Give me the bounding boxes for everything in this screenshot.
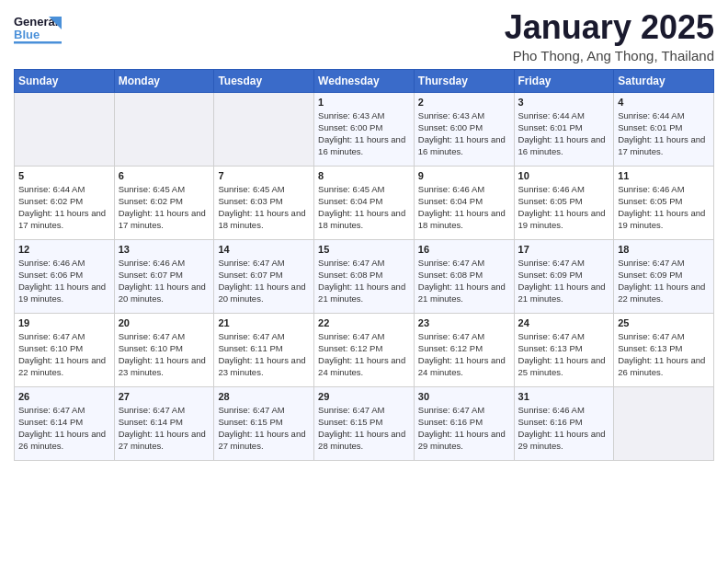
- day-info: Sunrise: 6:46 AM Sunset: 6:05 PM Dayligh…: [618, 183, 710, 232]
- day-cell: 31Sunrise: 6:46 AM Sunset: 6:16 PM Dayli…: [514, 386, 614, 460]
- day-info: Sunrise: 6:45 AM Sunset: 6:03 PM Dayligh…: [218, 183, 310, 232]
- day-info: Sunrise: 6:44 AM Sunset: 6:02 PM Dayligh…: [18, 183, 110, 232]
- day-number: 27: [119, 391, 210, 402]
- day-cell: 2Sunrise: 6:43 AM Sunset: 6:00 PM Daylig…: [414, 92, 514, 166]
- day-number: 24: [518, 317, 610, 328]
- day-number: 15: [318, 244, 410, 255]
- day-info: Sunrise: 6:47 AM Sunset: 6:16 PM Dayligh…: [418, 404, 510, 453]
- day-number: 17: [518, 244, 610, 255]
- day-number: 30: [418, 391, 510, 402]
- day-cell: 3Sunrise: 6:44 AM Sunset: 6:01 PM Daylig…: [514, 92, 614, 166]
- day-cell: 7Sunrise: 6:45 AM Sunset: 6:03 PM Daylig…: [214, 166, 314, 239]
- day-number: 25: [618, 317, 710, 328]
- day-number: 12: [18, 244, 110, 255]
- day-cell: 6Sunrise: 6:45 AM Sunset: 6:02 PM Daylig…: [114, 166, 214, 239]
- day-cell: 11Sunrise: 6:46 AM Sunset: 6:05 PM Dayli…: [614, 166, 714, 239]
- day-number: 4: [618, 97, 710, 108]
- col-friday: Friday: [514, 69, 614, 92]
- day-number: 26: [18, 391, 110, 402]
- col-sunday: Sunday: [15, 69, 115, 92]
- day-info: Sunrise: 6:45 AM Sunset: 6:02 PM Dayligh…: [119, 183, 210, 232]
- day-number: 1: [318, 97, 410, 108]
- day-cell: 10Sunrise: 6:46 AM Sunset: 6:05 PM Dayli…: [514, 166, 614, 239]
- day-cell: 20Sunrise: 6:47 AM Sunset: 6:10 PM Dayli…: [114, 313, 214, 386]
- day-info: Sunrise: 6:47 AM Sunset: 6:11 PM Dayligh…: [218, 330, 310, 379]
- day-info: Sunrise: 6:45 AM Sunset: 6:04 PM Dayligh…: [318, 183, 410, 232]
- col-thursday: Thursday: [414, 69, 514, 92]
- month-title: January 2025: [505, 9, 714, 46]
- day-number: 13: [119, 244, 210, 255]
- day-cell: 12Sunrise: 6:46 AM Sunset: 6:06 PM Dayli…: [15, 239, 115, 313]
- day-cell: 21Sunrise: 6:47 AM Sunset: 6:11 PM Dayli…: [214, 313, 314, 386]
- day-info: Sunrise: 6:47 AM Sunset: 6:09 PM Dayligh…: [618, 257, 710, 305]
- day-number: 28: [218, 391, 310, 402]
- page: General Blue January 2025 Pho Thong, Ang…: [0, 0, 728, 563]
- week-row-3: 12Sunrise: 6:46 AM Sunset: 6:06 PM Dayli…: [15, 239, 714, 313]
- day-number: 10: [518, 170, 610, 181]
- day-info: Sunrise: 6:47 AM Sunset: 6:13 PM Dayligh…: [618, 330, 710, 379]
- day-cell: [614, 386, 714, 460]
- header: General Blue January 2025 Pho Thong, Ang…: [14, 9, 714, 63]
- day-cell: [214, 92, 314, 166]
- day-info: Sunrise: 6:46 AM Sunset: 6:04 PM Dayligh…: [418, 183, 510, 232]
- day-cell: 28Sunrise: 6:47 AM Sunset: 6:15 PM Dayli…: [214, 386, 314, 460]
- day-cell: 22Sunrise: 6:47 AM Sunset: 6:12 PM Dayli…: [314, 313, 415, 386]
- week-row-1: 1Sunrise: 6:43 AM Sunset: 6:00 PM Daylig…: [15, 92, 714, 166]
- day-number: 16: [418, 244, 510, 255]
- col-saturday: Saturday: [614, 69, 714, 92]
- day-cell: 9Sunrise: 6:46 AM Sunset: 6:04 PM Daylig…: [414, 166, 514, 239]
- day-cell: 18Sunrise: 6:47 AM Sunset: 6:09 PM Dayli…: [614, 239, 714, 313]
- day-cell: [15, 92, 115, 166]
- header-row: Sunday Monday Tuesday Wednesday Thursday…: [15, 69, 714, 92]
- day-number: 8: [318, 170, 410, 181]
- day-cell: 13Sunrise: 6:46 AM Sunset: 6:07 PM Dayli…: [114, 239, 214, 313]
- logo: General Blue: [14, 9, 62, 50]
- day-cell: 5Sunrise: 6:44 AM Sunset: 6:02 PM Daylig…: [15, 166, 115, 239]
- day-number: 22: [318, 317, 410, 328]
- day-cell: [114, 92, 214, 166]
- col-wednesday: Wednesday: [314, 69, 415, 92]
- day-info: Sunrise: 6:47 AM Sunset: 6:14 PM Dayligh…: [18, 404, 110, 453]
- day-info: Sunrise: 6:46 AM Sunset: 6:06 PM Dayligh…: [18, 257, 110, 305]
- day-info: Sunrise: 6:47 AM Sunset: 6:09 PM Dayligh…: [518, 257, 610, 305]
- day-info: Sunrise: 6:43 AM Sunset: 6:00 PM Dayligh…: [318, 109, 410, 158]
- day-number: 18: [618, 244, 710, 255]
- day-cell: 24Sunrise: 6:47 AM Sunset: 6:13 PM Dayli…: [514, 313, 614, 386]
- day-info: Sunrise: 6:47 AM Sunset: 6:12 PM Dayligh…: [418, 330, 510, 379]
- calendar-table: Sunday Monday Tuesday Wednesday Thursday…: [14, 69, 714, 461]
- day-cell: 26Sunrise: 6:47 AM Sunset: 6:14 PM Dayli…: [15, 386, 115, 460]
- day-number: 7: [218, 170, 310, 181]
- day-info: Sunrise: 6:47 AM Sunset: 6:15 PM Dayligh…: [218, 404, 310, 453]
- day-cell: 30Sunrise: 6:47 AM Sunset: 6:16 PM Dayli…: [414, 386, 514, 460]
- svg-rect-3: [14, 41, 62, 44]
- day-cell: 29Sunrise: 6:47 AM Sunset: 6:15 PM Dayli…: [314, 386, 415, 460]
- day-cell: 4Sunrise: 6:44 AM Sunset: 6:01 PM Daylig…: [614, 92, 714, 166]
- day-info: Sunrise: 6:46 AM Sunset: 6:05 PM Dayligh…: [518, 183, 610, 232]
- day-info: Sunrise: 6:47 AM Sunset: 6:07 PM Dayligh…: [218, 257, 310, 305]
- day-info: Sunrise: 6:47 AM Sunset: 6:08 PM Dayligh…: [318, 257, 410, 305]
- day-cell: 16Sunrise: 6:47 AM Sunset: 6:08 PM Dayli…: [414, 239, 514, 313]
- location-subtitle: Pho Thong, Ang Thong, Thailand: [505, 48, 714, 63]
- day-info: Sunrise: 6:47 AM Sunset: 6:10 PM Dayligh…: [18, 330, 110, 379]
- day-info: Sunrise: 6:47 AM Sunset: 6:08 PM Dayligh…: [418, 257, 510, 305]
- day-info: Sunrise: 6:44 AM Sunset: 6:01 PM Dayligh…: [618, 109, 710, 158]
- day-cell: 1Sunrise: 6:43 AM Sunset: 6:00 PM Daylig…: [314, 92, 415, 166]
- day-number: 19: [18, 317, 110, 328]
- svg-text:Blue: Blue: [14, 28, 40, 41]
- col-monday: Monday: [114, 69, 214, 92]
- day-info: Sunrise: 6:47 AM Sunset: 6:15 PM Dayligh…: [318, 404, 410, 453]
- logo-icon: General Blue: [14, 9, 62, 50]
- day-cell: 19Sunrise: 6:47 AM Sunset: 6:10 PM Dayli…: [15, 313, 115, 386]
- title-block: January 2025 Pho Thong, Ang Thong, Thail…: [505, 9, 714, 63]
- day-cell: 14Sunrise: 6:47 AM Sunset: 6:07 PM Dayli…: [214, 239, 314, 313]
- day-cell: 15Sunrise: 6:47 AM Sunset: 6:08 PM Dayli…: [314, 239, 415, 313]
- day-cell: 23Sunrise: 6:47 AM Sunset: 6:12 PM Dayli…: [414, 313, 514, 386]
- col-tuesday: Tuesday: [214, 69, 314, 92]
- week-row-2: 5Sunrise: 6:44 AM Sunset: 6:02 PM Daylig…: [15, 166, 714, 239]
- day-number: 5: [18, 170, 110, 181]
- day-number: 3: [518, 97, 610, 108]
- day-number: 20: [119, 317, 210, 328]
- day-number: 29: [318, 391, 410, 402]
- day-info: Sunrise: 6:46 AM Sunset: 6:16 PM Dayligh…: [518, 404, 610, 453]
- day-info: Sunrise: 6:43 AM Sunset: 6:00 PM Dayligh…: [418, 109, 510, 158]
